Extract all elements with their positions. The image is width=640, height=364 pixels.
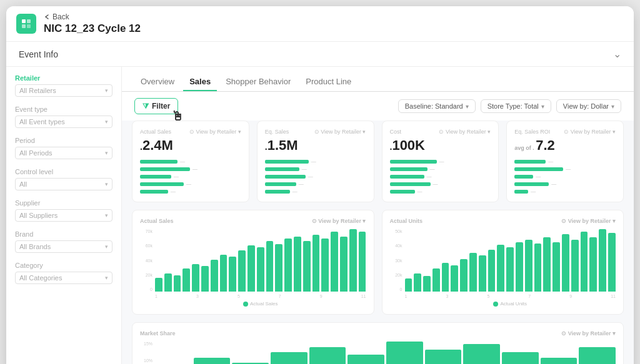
bar — [312, 235, 320, 292]
chart-title-actual-sales: Actual Sales ⊙ View by Retailer ▾ — [140, 218, 366, 224]
sidebar-retailer: Retailer All Retailers ▾ — [15, 74, 112, 97]
bar — [294, 237, 301, 292]
bar — [275, 244, 282, 292]
y-axis-actual-units: 50k 40k 30k 20k 0 — [390, 229, 402, 292]
metric-title-roi: Eq. Sales ROI ⊙ View by Retailer ▾ — [514, 129, 616, 135]
chart-inner-actual-units: 50k 40k 30k 20k 0 1357911 — [390, 229, 616, 307]
chart-actual-sales: Actual Sales ⊙ View by Retailer ▾ 70k 60… — [132, 210, 374, 315]
bar — [182, 268, 190, 292]
sidebar-control-select[interactable]: All ▾ — [15, 178, 112, 190]
x-axis-actual-units: 1357911 — [405, 294, 616, 298]
bar-item: — — [390, 189, 491, 194]
bar — [303, 241, 311, 292]
bar — [194, 358, 231, 364]
back-link[interactable]: Back — [44, 12, 141, 21]
sidebar-retailer-select[interactable]: All Retailers ▾ — [15, 84, 112, 97]
sidebar-supplier-select[interactable]: All Suppliers ▾ — [15, 209, 112, 222]
bar — [164, 273, 172, 292]
metrics-row: Actual Sales ⊙ View by Retailer ▾ .2.4M … — [122, 121, 634, 210]
bar-item: — — [390, 181, 491, 187]
bar — [552, 242, 560, 292]
bar — [238, 250, 246, 292]
bar — [497, 245, 504, 292]
chevron-down-icon: ⌄ — [613, 48, 621, 60]
back-arrow-icon — [44, 14, 50, 20]
bar — [608, 233, 616, 292]
chart-legend-units: Actual Units — [405, 301, 616, 307]
store-type-dropdown[interactable]: Store Type: Total ▾ — [481, 99, 551, 113]
bar-item: — — [514, 159, 616, 164]
bar-item: — — [140, 166, 241, 172]
sidebar-period-select[interactable]: All Periods ▾ — [15, 147, 112, 159]
bar — [340, 237, 348, 292]
sidebar-event-type-select[interactable]: All Event types ▾ — [15, 116, 112, 128]
y-axis-actual-sales: 70k 60k 40k 20k 0 — [140, 229, 152, 292]
bar — [348, 355, 384, 364]
bar-item: — — [514, 189, 616, 194]
sidebar-label-period: Period — [15, 137, 112, 144]
baseline-dropdown[interactable]: Baseline: Standard ▾ — [398, 99, 476, 113]
sidebar-brand-select[interactable]: All Brands ▾ — [15, 240, 112, 253]
bar — [423, 276, 431, 292]
bar-item: — — [140, 174, 241, 179]
sidebar-category-select[interactable]: All Categories ▾ — [15, 272, 112, 284]
bar — [562, 234, 569, 292]
metric-card-eq-sales: Eq. Sales ⊙ View by Retailer ▾ .1.5M — —… — [257, 121, 374, 202]
bar — [488, 250, 496, 292]
metric-title-cost: Cost ⊙ View by Retailer ▾ — [390, 129, 491, 135]
filter-button[interactable]: ⧩ Filter 🖱 — [134, 98, 178, 114]
chart-inner-market-share: 15% 10% 5% — [140, 342, 616, 364]
app-icon — [16, 14, 36, 34]
toolbar: ⧩ Filter 🖱 Baseline: Standard ▾ Store Ty… — [122, 92, 634, 121]
bar — [543, 237, 551, 292]
metric-bars-actual-sales: — — — — — — [140, 159, 241, 194]
bar — [192, 264, 199, 292]
legend-item: Actual Sales — [243, 301, 278, 307]
metric-bars-eq-sales: — — — — — — [265, 159, 366, 194]
bar — [589, 237, 597, 292]
bar — [248, 245, 255, 292]
event-info-label: Event Info — [19, 49, 58, 59]
bar — [359, 232, 366, 292]
bar-item: — — [265, 181, 366, 187]
bar — [479, 255, 486, 292]
bar — [211, 260, 218, 292]
chevron-down-icon: ▾ — [541, 103, 544, 110]
svg-rect-1 — [27, 19, 31, 23]
content-area: Overview Sales Shopper Behavior Product … — [122, 67, 634, 364]
bar-chart-actual-sales — [155, 229, 366, 292]
filter-label: Filter — [152, 102, 170, 111]
bar-item: — — [514, 166, 616, 172]
sidebar-label-supplier: Supplier — [15, 199, 112, 207]
bar — [257, 247, 264, 292]
view-by-dropdown[interactable]: View by: Dollar ▾ — [556, 99, 621, 113]
bar — [460, 259, 468, 292]
metric-value-cost: .100K — [390, 137, 491, 154]
main-layout: Retailer All Retailers ▾ Event type All … — [6, 67, 634, 364]
bar-item: — — [514, 174, 616, 179]
sidebar-label-category: Category — [15, 262, 112, 269]
bar — [201, 266, 209, 292]
event-info-bar[interactable]: Event Info ⌄ — [6, 42, 634, 67]
bar — [349, 229, 357, 292]
bar — [220, 255, 228, 292]
bottom-row: Market Share ⊙ View by Retailer ▾ 15% 10… — [122, 322, 634, 364]
chevron-down-icon: ▾ — [466, 103, 469, 110]
tab-product-line[interactable]: Product Line — [299, 73, 358, 91]
tab-overview[interactable]: Overview — [134, 73, 181, 91]
tab-shopper-behavior[interactable]: Shopper Behavior — [219, 73, 297, 91]
metric-value-roi: avg of . 7.2 — [514, 137, 616, 154]
sidebar-supplier: Supplier All Suppliers ▾ — [15, 199, 112, 222]
metric-title-eq-sales: Eq. Sales ⊙ View by Retailer ▾ — [265, 129, 366, 135]
filter-icon: ⧩ — [142, 102, 149, 111]
bar — [229, 257, 236, 292]
tab-sales[interactable]: Sales — [183, 73, 217, 91]
bar-item: — — [265, 174, 366, 179]
chart-title-actual-units: Actual Units ⊙ View by Retailer ▾ — [390, 218, 616, 224]
legend-dot — [243, 302, 248, 307]
bar-item: — — [265, 166, 366, 172]
chevron-down-icon: ▾ — [105, 212, 108, 219]
bar — [284, 239, 292, 292]
chevron-down-icon: ▾ — [105, 243, 108, 250]
svg-rect-0 — [22, 19, 26, 23]
